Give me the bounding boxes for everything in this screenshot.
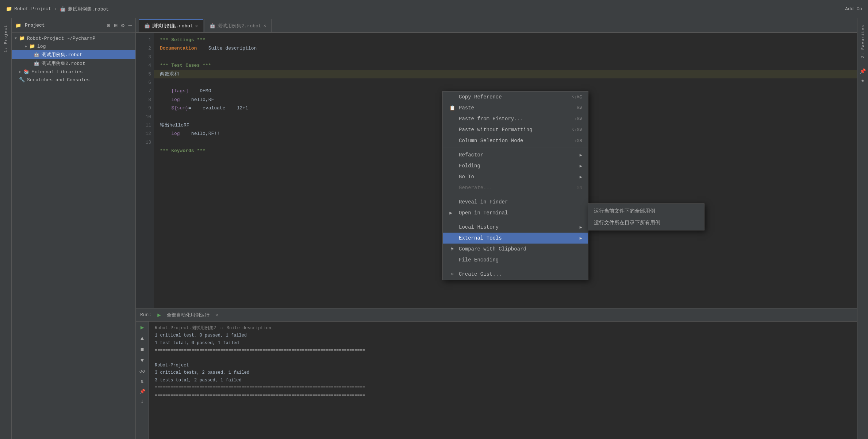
- run-name: 全部自动化用例运行: [167, 312, 210, 318]
- robot-icon-1: 🤖: [34, 52, 39, 58]
- compare-icon: ⚑: [449, 246, 456, 252]
- project-side-strip: 1: Project: [0, 18, 12, 439]
- history-label: Local History: [459, 224, 499, 230]
- gear-icon[interactable]: ⚙: [121, 22, 125, 29]
- scroll-btn[interactable]: ⤓: [140, 399, 144, 405]
- add-icon[interactable]: ⊕: [107, 22, 110, 29]
- bottom-output: Robot-Project.测试用例集2 :: Suite descriptio…: [149, 322, 857, 439]
- paste-shortcut: ⌘V: [577, 105, 582, 111]
- paste-hist-shortcut: ⇧⌘V: [574, 116, 582, 122]
- tree-root[interactable]: ▼ 📁 Robot-Project ~/PycharmP: [12, 34, 135, 42]
- tree-item-test1[interactable]: 🤖 测试用例集.robot: [12, 50, 135, 59]
- tree-item-test2[interactable]: 🤖 测试用例集2.robot: [12, 59, 135, 68]
- scratch-label: Scratches and Consoles: [27, 77, 90, 83]
- project-panel: 📁 Project ⊕ ⊞ ⚙ — ▼ 📁 Robot-Project ~/Py…: [12, 18, 136, 439]
- bottom-content: ▶ ▲ ■ ▼ ↺↺ ⇅ 📌 ⤓ Robot-Project.测试用例集2 ::…: [136, 322, 857, 439]
- layout-icon[interactable]: ⊞: [114, 22, 118, 29]
- tab1-label: 测试用例集.robot: [152, 23, 193, 29]
- menu-folding[interactable]: Folding ▶: [443, 160, 588, 171]
- col-select-shortcut: ⇧⌘8: [574, 138, 582, 144]
- breadcrumb-filename: 测试用例集.robot: [68, 6, 109, 12]
- pin-btn[interactable]: 📌: [139, 389, 145, 395]
- menu-open-terminal[interactable]: ▶_ Open in Terminal: [443, 207, 588, 218]
- tab-test1[interactable]: 🤖 测试用例集.robot ✕: [139, 19, 203, 32]
- editor-area: 🤖 测试用例集.robot ✕ 🤖 测试用例集2.robot ✕ 1234 56…: [136, 18, 857, 439]
- favorites-strip: 2: Favorites 📌 ★: [857, 18, 868, 439]
- pin-icon[interactable]: 📌: [860, 68, 866, 74]
- add-config-button[interactable]: Add Co: [845, 6, 862, 12]
- tab2-close[interactable]: ✕: [264, 23, 266, 28]
- minimize-icon[interactable]: —: [128, 22, 132, 29]
- menu-compare-clip[interactable]: ⚑ Compare with Clipboard: [443, 244, 588, 255]
- folding-label: Folding: [459, 163, 480, 169]
- divider3: [443, 220, 588, 220]
- divider2: [443, 195, 588, 195]
- project-side-label[interactable]: 1: Project: [4, 25, 8, 53]
- goto-arrow: ▶: [580, 174, 582, 180]
- tab1-close[interactable]: ✕: [195, 23, 198, 29]
- project-toolbar: 📁 Project ⊕ ⊞ ⚙ —: [12, 18, 135, 33]
- menu-paste-history[interactable]: Paste from History... ⇧⌘V: [443, 113, 588, 124]
- tree-item-scratch[interactable]: 🔧 Scratches and Consoles: [12, 76, 135, 84]
- tree-item-ext[interactable]: ▶ 📚 External Libraries: [12, 68, 135, 76]
- ext-icon: 📚: [23, 69, 29, 75]
- menu-paste[interactable]: 📋 Paste ⌘V: [443, 102, 588, 113]
- github-icon: ⊙: [449, 271, 456, 277]
- tab-test2[interactable]: 🤖 测试用例集2.robot ✕: [204, 19, 272, 32]
- divider1: [443, 148, 588, 148]
- terminal-icon: ▶_: [449, 210, 456, 216]
- project-label: Project: [25, 23, 45, 28]
- paste-icon: 📋: [449, 105, 456, 111]
- up-btn[interactable]: ▲: [141, 335, 144, 342]
- down-btn[interactable]: ▼: [141, 357, 144, 364]
- titlebar: 📁 Robot-Project › 🤖 测试用例集.robot Add Co: [0, 0, 868, 18]
- menu-ext-tools[interactable]: External Tools ▶: [443, 233, 588, 244]
- close-run-icon[interactable]: ✕: [215, 312, 218, 318]
- tree-item-log[interactable]: ▶ 📁 log: [12, 42, 135, 50]
- rerun-btn[interactable]: ↺↺: [139, 368, 145, 374]
- robot-icon-2: 🤖: [34, 61, 39, 66]
- run-play-icon[interactable]: ▶: [157, 311, 161, 319]
- log-arrow: ▶: [25, 44, 27, 48]
- bottom-toolbar: Run: ▶ 全部自动化用例运行 ✕: [136, 308, 857, 322]
- generate-label: Generate...: [459, 185, 492, 191]
- submenu-run-file[interactable]: 运行当前文件下的全部用例: [588, 205, 704, 217]
- breadcrumb-file[interactable]: 🤖 测试用例集.robot: [60, 6, 109, 12]
- menu-paste-noformat[interactable]: Paste without Formatting ⌥⇧⌘V: [443, 124, 588, 135]
- menu-generate: Generate... ⌘N: [443, 182, 588, 193]
- project-tree: ▼ 📁 Robot-Project ~/PycharmP ▶ 📁 log 🤖 测…: [12, 33, 135, 439]
- favorites-label[interactable]: 2: Favorites: [861, 25, 865, 58]
- col-select-label: Column Selection Mode: [459, 138, 523, 144]
- menu-copy-ref[interactable]: Copy Reference ⌥⇧⌘C: [443, 92, 588, 102]
- menu-col-select[interactable]: Column Selection Mode ⇧⌘8: [443, 135, 588, 146]
- breadcrumb-project[interactable]: 📁 Robot-Project: [6, 6, 51, 12]
- ext-label: External Libraries: [31, 69, 82, 75]
- tab-bar: 🤖 测试用例集.robot ✕ 🤖 测试用例集2.robot ✕: [136, 18, 857, 33]
- generate-shortcut: ⌘N: [577, 185, 582, 191]
- robot-file-icon: 🤖: [60, 6, 66, 12]
- menu-create-gist[interactable]: ⊙ Create Gist...: [443, 269, 588, 280]
- menu-local-history[interactable]: Local History ▶: [443, 222, 588, 233]
- menu-goto[interactable]: Go To ▶: [443, 171, 588, 182]
- gist-label: Create Gist...: [459, 271, 502, 277]
- ext-tools-label: External Tools: [459, 235, 502, 241]
- stop-btn[interactable]: ■: [141, 346, 144, 353]
- bottom-side-icons: ▶ ▲ ■ ▼ ↺↺ ⇅ 📌 ⤓: [136, 322, 149, 439]
- copy-ref-label: Copy Reference: [459, 94, 502, 100]
- copy-ref-shortcut: ⌥⇧⌘C: [572, 94, 582, 100]
- scratch-icon: 🔧: [19, 77, 25, 83]
- star-icon[interactable]: ★: [861, 77, 864, 83]
- submenu-run-dir[interactable]: 运行文件所在目录下所有用例: [588, 217, 704, 229]
- run-file-label: 运行当前文件下的全部用例: [594, 208, 655, 214]
- run-label: Run:: [140, 312, 151, 318]
- menu-reveal-finder[interactable]: Reveal in Finder: [443, 197, 588, 207]
- compare-label: Compare with Clipboard: [459, 246, 526, 252]
- menu-refactor[interactable]: Refactor ▶: [443, 149, 588, 160]
- encoding-label: File Encoding: [459, 257, 499, 263]
- test2-label: 测试用例集2.robot: [42, 60, 85, 67]
- menu-file-encoding[interactable]: File Encoding: [443, 255, 588, 265]
- play-btn[interactable]: ▶: [141, 324, 144, 331]
- root-folder-icon: 📁: [19, 35, 25, 41]
- sort-btn[interactable]: ⇅: [141, 378, 144, 384]
- bottom-panel: Run: ▶ 全部自动化用例运行 ✕ ▶ ▲ ■ ▼ ↺↺ ⇅ 📌 ⤓: [136, 308, 857, 439]
